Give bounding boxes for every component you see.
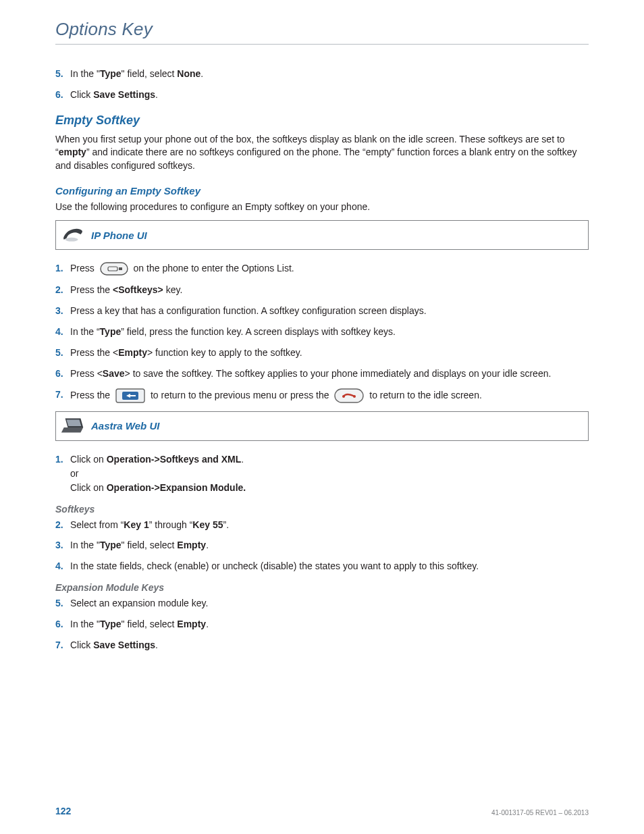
step-text: Press the <Empty> function key to apply … [70, 346, 589, 359]
step-list-ip-phone: 1. Press on the phone to enter the Optio… [55, 262, 589, 403]
phone-handset-icon [60, 225, 86, 245]
step-text: Select an expansion module key. [70, 597, 589, 610]
step-text: Click Save Settings. [70, 88, 589, 101]
list-item: 3. In the "Type" field, select Empty. [55, 539, 589, 552]
step-text: Press <Save> to save the softkey. The so… [70, 367, 589, 380]
step-number: 6. [55, 618, 70, 631]
step-number: 3. [55, 539, 70, 552]
step-number: 7. [55, 388, 70, 401]
step-text: In the state fields, check (enable) or u… [70, 560, 589, 573]
list-item: 4. In the “Type” field, press the functi… [55, 325, 589, 338]
list-item: 2. Select from “Key 1” through “Key 55”. [55, 519, 589, 531]
list-item: 2. Press the <Softkeys> key. [55, 284, 589, 296]
callout-label: Aastra Web UI [91, 420, 159, 432]
svg-rect-3 [119, 267, 122, 270]
step-number: 6. [55, 88, 70, 101]
svg-rect-7 [335, 389, 363, 402]
section-heading-empty-softkey: Empty Softkey [55, 113, 589, 128]
section-paragraph: When you first setup your phone out of t… [55, 133, 589, 173]
list-item: 1. Press on the phone to enter the Optio… [55, 262, 589, 276]
step-number: 4. [55, 560, 70, 573]
subheading-softkeys: Softkeys [55, 504, 589, 515]
page-number: 122 [55, 806, 71, 816]
page-header: Options Key [55, 19, 589, 45]
callout-label: IP Phone UI [91, 230, 147, 241]
or-text: or [70, 467, 589, 480]
step-list-web-expansion: 5. Select an expansion module key. 6. In… [55, 597, 589, 652]
step-text: Click Save Settings. [70, 639, 589, 652]
document-reference: 41-001317-05 REV01 – 06.2013 [491, 809, 589, 816]
list-item: 6. Click Save Settings. [55, 88, 589, 101]
svg-rect-1 [101, 263, 128, 275]
list-item: 7. Click Save Settings. [55, 639, 589, 652]
step-text: Press the to return to the previous menu… [70, 388, 589, 403]
step-text: Press the <Softkeys> key. [70, 284, 589, 296]
step-number: 1. [55, 453, 70, 466]
step-number: 6. [55, 367, 70, 380]
list-item: 4. In the state fields, check (enable) o… [55, 560, 589, 573]
list-item: 6. Press <Save> to save the softkey. The… [55, 367, 589, 380]
callout-ip-phone-ui: IP Phone UI [55, 220, 589, 250]
svg-point-0 [65, 238, 78, 242]
list-item: 1. Click on Operation->Softkeys and XML.… [55, 453, 589, 494]
callout-aastra-web-ui: Aastra Web UI [55, 411, 589, 441]
goodbye-key-icon [334, 388, 364, 403]
step-number: 2. [55, 519, 70, 531]
back-arrow-key-icon [115, 388, 145, 403]
svg-point-8 [342, 395, 345, 398]
step-text: In the "Type" field, select None. [70, 68, 589, 80]
list-item: 5. Press the <Empty> function key to app… [55, 346, 589, 359]
subsection-paragraph: Use the following procedures to configur… [55, 201, 589, 214]
list-item: 3. Press a key that has a configuration … [55, 305, 589, 317]
laptop-icon [60, 416, 86, 436]
svg-rect-6 [130, 395, 136, 396]
document-page: Options Key 5. In the "Type" field, sele… [0, 0, 644, 834]
options-key-icon [100, 262, 128, 276]
step-list-web-ui: 1. Click on Operation->Softkeys and XML.… [55, 453, 589, 494]
step-list-web-softkeys: 2. Select from “Key 1” through “Key 55”.… [55, 519, 589, 573]
step-text: Press on the phone to enter the Options … [70, 262, 589, 276]
page-title: Options Key [55, 19, 589, 40]
list-item: 6. In the "Type" field, select Empty. [55, 618, 589, 631]
step-text: Select from “Key 1” through “Key 55”. [70, 519, 589, 531]
subheading-expansion-module-keys: Expansion Module Keys [55, 582, 589, 593]
list-item: 5. Select an expansion module key. [55, 597, 589, 610]
step-number: 7. [55, 639, 70, 652]
step-number: 5. [55, 597, 70, 610]
list-item: 7. Press the to return to the previous m… [55, 388, 589, 403]
step-list-continuation: 5. In the "Type" field, select None. 6. … [55, 68, 589, 101]
step-number: 2. [55, 284, 70, 296]
step-number: 5. [55, 68, 70, 80]
step-number: 4. [55, 325, 70, 338]
page-footer: 122 41-001317-05 REV01 – 06.2013 [55, 806, 589, 816]
list-item: 5. In the "Type" field, select None. [55, 68, 589, 80]
subsection-heading-configuring: Configuring an Empty Softkey [55, 185, 589, 197]
step-number: 5. [55, 346, 70, 359]
step-text: Click on Operation->Softkeys and XML. or… [70, 453, 589, 494]
step-text: In the “Type” field, press the function … [70, 325, 589, 338]
step-text: In the "Type" field, select Empty. [70, 618, 589, 631]
step-text: Press a key that has a configuration fun… [70, 305, 589, 317]
step-number: 1. [55, 262, 70, 275]
step-number: 3. [55, 305, 70, 317]
svg-point-9 [353, 395, 356, 398]
step-text: In the "Type" field, select Empty. [70, 539, 589, 552]
